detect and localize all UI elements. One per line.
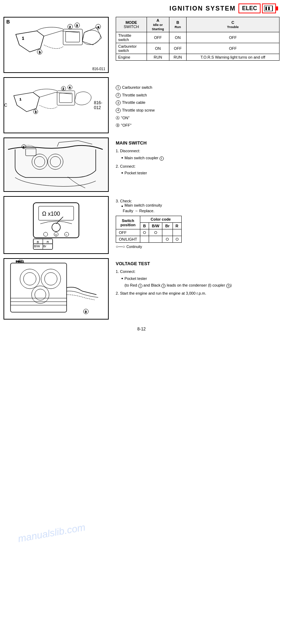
step3-bullet1: • Main switch continuity <box>121 203 279 209</box>
component-1: 1 Carburetor switch <box>116 84 279 91</box>
component-num-3: 3 <box>116 100 121 105</box>
battery-icon <box>262 4 276 13</box>
engine-diagram: 3 INNZ1 <box>4 258 109 320</box>
step-2-text: 2. Connect: <box>116 164 135 168</box>
component-text-b: "OFF" <box>121 122 132 129</box>
step-2-bullet: • Pocket tester <box>121 170 279 177</box>
component-b: Ⓑ "OFF" <box>116 122 279 129</box>
svg-text:Ω x100: Ω x100 <box>42 211 60 217</box>
component-list: 1 Carburetor switch 2 Throttle switch 3 … <box>116 77 279 129</box>
step3-content: 3. Check: • Main switch continuity Fault… <box>116 196 279 249</box>
svg-rect-53 <box>11 263 67 312</box>
component-text-1: Carburetor switch <box>122 84 152 91</box>
switch-engine-label: Engine <box>116 54 147 61</box>
svg-text:a: a <box>97 25 99 29</box>
svg-point-30 <box>50 156 61 167</box>
voltage-test-instructions: VOLTAGE TEST 1. Connect: • Pocket tester… <box>116 258 279 320</box>
col-bw: B/W <box>149 223 162 229</box>
elec-badge: ELEC <box>238 4 261 13</box>
throttle-c: OFF <box>187 32 279 43</box>
on-b <box>140 236 149 243</box>
voltage-step1-text: 1. Connect: <box>116 269 135 274</box>
main-switch-title: MAIN SWITCH <box>116 140 279 146</box>
left-column-c: C 2 a b 1 <box>4 77 112 133</box>
step-2-bullet-text: Pocket tester <box>124 170 147 177</box>
svg-point-54 <box>20 269 40 289</box>
svg-point-28 <box>34 156 45 167</box>
component-num-4: 4 <box>116 108 121 113</box>
page-title: IGNITION SYSTEM <box>169 5 236 12</box>
diagram-c: C 2 a b 1 <box>4 77 109 133</box>
mode-table: MODESWITCH AIdle orStarting BRun CTroubl… <box>116 17 279 61</box>
step3-check-continuity: Main switch continuity <box>124 203 162 207</box>
svg-text:1: 1 <box>22 36 24 40</box>
svg-text:R: R <box>47 240 49 244</box>
table-header-mode: MODESWITCH <box>116 17 147 32</box>
svg-text:1: 1 <box>19 98 21 101</box>
svg-text:3: 3 <box>76 24 78 27</box>
component-text-a: "ON" <box>121 115 129 121</box>
left-column-b: B <box>4 17 112 73</box>
off-br <box>162 229 173 236</box>
svg-text:B: B <box>37 240 39 244</box>
table-header-b: BRun <box>169 17 186 32</box>
throttle-a: OFF <box>147 32 169 43</box>
step-1: 1. Disconnect: • Main switch coupler 1 <box>116 148 279 162</box>
diagram-b-fignum: 816-011 <box>92 67 105 71</box>
col-b: B <box>140 223 149 229</box>
component-text-4: Throttle stop screw <box>122 107 155 114</box>
component-text-3: Throttle cable <box>122 99 146 106</box>
table-header-c: CTrouble <box>187 17 279 32</box>
switch-position-table: Switchposition Color code B B/W Br R OFF <box>116 216 182 243</box>
table-row-throttle: Throttleswitch OFF ON OFF <box>116 32 279 43</box>
diagram-b-svg: 2 3 a b 1 <box>9 20 103 69</box>
voltage-leads-text: (to Red 1 and Black 2 leads on the conde… <box>124 282 232 288</box>
bullet-dot-2: • <box>121 170 123 175</box>
on-r <box>173 236 181 243</box>
svg-text:a: a <box>69 86 70 89</box>
page-number: 8-12 <box>4 327 279 331</box>
continuity-text: Continuity <box>127 245 142 249</box>
component-2: 2 Throttle switch <box>116 92 279 99</box>
step-1-bullet-text: Main switch coupler 1 <box>124 155 164 162</box>
section-b-row: B <box>4 17 279 73</box>
component-letter-b: Ⓑ <box>116 122 120 129</box>
component-3: 3 Throttle cable <box>116 99 279 106</box>
right-column-step3: 3. Check: • Main switch continuity Fault… <box>116 196 279 254</box>
meter-svg: Ω x100 - G + <box>5 197 107 253</box>
page: IGNITION SYSTEM ELEC B <box>0 0 283 335</box>
svg-text:3: 3 <box>85 310 87 314</box>
diagram-c-svg: 2 a b 1 <box>7 81 94 130</box>
step3-replace: Faulty → Replace. <box>123 209 279 213</box>
svg-rect-19 <box>59 93 72 102</box>
voltage-bullet-1b: • (to Red 1 and Black 2 leads on the con… <box>121 282 279 288</box>
col-br: Br <box>162 223 173 229</box>
col-color-code: Color code <box>140 216 181 223</box>
component-num-1: 1 <box>116 85 121 90</box>
svg-text:2: 2 <box>62 87 64 90</box>
svg-text:+: + <box>66 234 67 236</box>
component-a: Ⓐ "ON" <box>116 115 279 121</box>
voltage-step-2: 2. Start the engine and run the engine a… <box>116 290 279 297</box>
left-column-main-switch: 1 <box>4 137 112 192</box>
svg-rect-1 <box>265 7 267 10</box>
svg-point-39 <box>43 232 48 236</box>
svg-point-59 <box>35 289 46 300</box>
step-2: 2. Connect: • Pocket tester <box>116 163 279 177</box>
component-4: 4 Throttle stop screw <box>116 107 279 114</box>
continuity-symbol: ○—○ <box>116 244 125 249</box>
off-bw <box>149 229 162 236</box>
bullet-dot-1: • <box>121 155 123 160</box>
section-c-row: C 2 a b 1 <box>4 77 279 133</box>
switch-throttle-label: Throttleswitch <box>116 32 147 43</box>
right-column-b: MODESWITCH AIdle orStarting BRun CTroubl… <box>116 17 279 73</box>
throttle-b: ON <box>169 32 186 43</box>
svg-text:2: 2 <box>69 25 71 29</box>
col-switch-position: Switchposition <box>116 216 140 229</box>
engine-a: RUN <box>147 54 169 61</box>
voltage-list: 1. Connect: • Pocket tester • (to Red 1 … <box>116 268 279 297</box>
step-1-bullet: • Main switch coupler 1 <box>121 155 279 162</box>
main-switch-row: 1 MAIN SWITCH 1. Disconnect: <box>4 137 279 192</box>
voltage-bullet-1a: • Pocket tester <box>121 275 279 282</box>
meter-diagram: Ω x100 - G + <box>4 196 109 254</box>
